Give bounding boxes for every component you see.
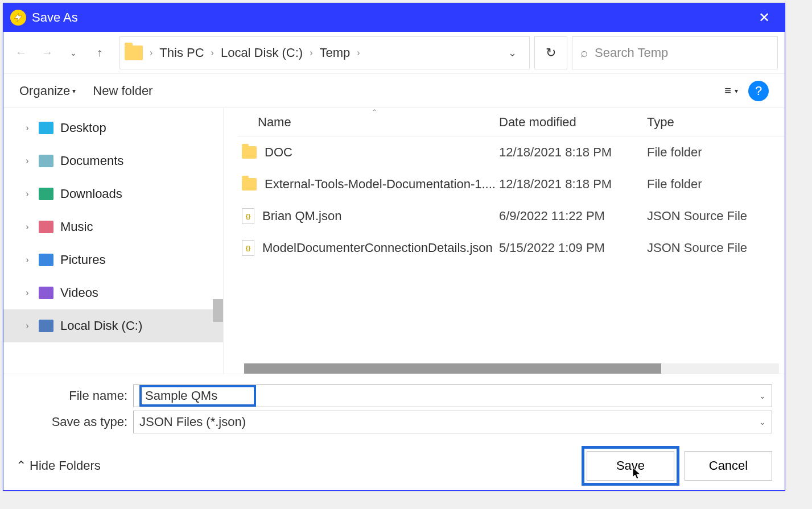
content-area: › Desktop› Documents› Downloads› Music› … <box>3 108 785 374</box>
tree-item-label: Music <box>60 220 93 234</box>
caret-down-icon: ▾ <box>72 87 76 95</box>
file-name: DOC <box>265 145 292 160</box>
savetype-value: JSON Files (*.json) <box>139 415 246 429</box>
search-icon: ⌕ <box>580 45 588 60</box>
search-box[interactable]: ⌕ Search Temp <box>572 36 778 69</box>
folder-icon <box>39 254 53 266</box>
tree-item[interactable]: › Local Disk (C:) <box>3 309 223 342</box>
folder-icon <box>39 188 53 200</box>
new-folder-button[interactable]: New folder <box>93 84 152 98</box>
folder-icon <box>39 320 53 332</box>
tree-item-label: Downloads <box>60 187 122 201</box>
savetype-field[interactable]: JSON Files (*.json) ⌄ <box>133 411 772 433</box>
folder-icon <box>39 221 53 233</box>
refresh-button[interactable]: ↻ <box>534 36 567 69</box>
tree-item[interactable]: › Desktop <box>3 111 223 144</box>
column-date[interactable]: Date modified <box>499 115 647 130</box>
folder-icon <box>125 45 143 60</box>
expander-icon[interactable]: › <box>23 321 32 331</box>
filename-input[interactable]: Sample QMs <box>139 385 256 407</box>
file-type: JSON Source File <box>647 241 785 255</box>
file-date: 5/15/2022 1:09 PM <box>499 241 647 255</box>
breadcrumb-part[interactable]: This PC <box>159 45 204 60</box>
file-row[interactable]: External-Tools-Model-Documentation-1....… <box>237 168 785 200</box>
tree-item-label: Local Disk (C:) <box>60 318 142 333</box>
breadcrumb-part[interactable]: Local Disk (C:) <box>221 45 303 60</box>
file-list-area: ⌃ Name Date modified Type DOC 12/18/2021… <box>224 108 785 374</box>
dropdown-icon[interactable]: ⌄ <box>759 391 766 400</box>
hide-folders-toggle[interactable]: ⌃ Hide Folders <box>16 458 101 473</box>
file-name: Brian QM.json <box>262 209 341 224</box>
tree-item[interactable]: › Pictures <box>3 243 223 276</box>
savetype-label: Save as type: <box>16 415 133 429</box>
close-button[interactable]: ✕ <box>751 6 778 29</box>
file-date: 12/18/2021 8:18 PM <box>499 145 647 160</box>
view-mode-button[interactable]: ≡ ▾ <box>724 84 738 97</box>
column-headers[interactable]: Name Date modified Type <box>237 108 785 136</box>
window-title: Save As <box>32 10 78 25</box>
caret-down-icon: ▾ <box>735 87 738 95</box>
search-placeholder: Search Temp <box>595 45 668 60</box>
tree-item[interactable]: › Downloads <box>3 177 223 210</box>
folder-tree[interactable]: › Desktop› Documents› Downloads› Music› … <box>3 108 224 374</box>
tree-item-label: Documents <box>60 154 123 168</box>
app-icon <box>10 10 26 26</box>
scrollbar-thumb[interactable] <box>244 363 661 374</box>
file-type: File folder <box>647 177 785 192</box>
dropdown-icon[interactable]: ⌄ <box>759 417 766 427</box>
file-row[interactable]: {}Brian QM.json 6/9/2022 11:22 PM JSON S… <box>237 200 785 232</box>
json-file-icon: {} <box>242 208 254 224</box>
chevron-right-icon: › <box>355 48 362 58</box>
tree-item[interactable]: › Documents <box>3 144 223 177</box>
file-date: 12/18/2021 8:18 PM <box>499 177 647 192</box>
file-date: 6/9/2022 11:22 PM <box>499 209 647 224</box>
json-file-icon: {} <box>242 240 254 256</box>
save-button[interactable]: Save <box>587 451 674 481</box>
breadcrumb-part[interactable]: Temp <box>319 45 350 60</box>
recent-dropdown[interactable]: ⌄ <box>63 41 84 65</box>
up-button[interactable]: ↑ <box>89 41 110 65</box>
expander-icon[interactable]: › <box>23 189 32 199</box>
folder-icon <box>39 155 53 167</box>
expander-icon[interactable]: › <box>23 222 32 232</box>
file-type: JSON Source File <box>647 209 785 224</box>
file-name: External-Tools-Model-Documentation-1.... <box>265 177 496 192</box>
file-row[interactable]: {}ModelDocumenterConnectionDetails.json … <box>237 232 785 264</box>
form-area: File name: Sample QMs ⌄ Save as type: JS… <box>3 374 785 441</box>
list-icon: ≡ <box>724 84 731 97</box>
chevron-right-icon: › <box>209 48 216 58</box>
help-button[interactable]: ? <box>748 81 769 101</box>
tree-item-label: Desktop <box>60 121 106 135</box>
chevron-up-icon: ⌃ <box>16 458 26 473</box>
column-name[interactable]: Name <box>237 115 499 130</box>
scrollbar-thumb[interactable] <box>213 299 223 322</box>
horizontal-scrollbar[interactable] <box>244 363 779 374</box>
organize-menu[interactable]: Organize ▾ <box>19 84 76 98</box>
filename-label: File name: <box>16 388 133 403</box>
folder-icon <box>242 178 257 191</box>
expander-icon[interactable]: › <box>23 288 32 298</box>
forward-button[interactable]: → <box>36 41 58 65</box>
folder-icon <box>242 146 257 159</box>
save-as-dialog: Save As ✕ ← → ⌄ ↑ › This PC › Local Disk… <box>3 3 785 491</box>
expander-icon[interactable]: › <box>23 156 32 166</box>
breadcrumb-bar[interactable]: › This PC › Local Disk (C:) › Temp › ⌄ <box>119 36 530 69</box>
column-type[interactable]: Type <box>647 115 785 130</box>
tree-item-label: Pictures <box>60 253 105 267</box>
file-name: ModelDocumenterConnectionDetails.json <box>262 241 493 255</box>
tree-item[interactable]: › Videos <box>3 276 223 309</box>
expander-icon[interactable]: › <box>23 123 32 133</box>
chevron-right-icon: › <box>147 48 155 58</box>
footer: ⌃ Hide Folders Save Cancel <box>3 441 785 490</box>
filename-field[interactable]: Sample QMs ⌄ <box>133 384 772 407</box>
nav-row: ← → ⌄ ↑ › This PC › Local Disk (C:) › Te… <box>3 32 785 74</box>
expander-icon[interactable]: › <box>23 255 32 265</box>
tree-item-label: Videos <box>60 285 98 300</box>
back-button[interactable]: ← <box>10 41 32 65</box>
cancel-button[interactable]: Cancel <box>685 451 772 481</box>
folder-icon <box>39 287 53 299</box>
path-dropdown[interactable]: ⌄ <box>500 47 525 59</box>
sort-indicator-icon: ⌃ <box>372 108 377 116</box>
tree-item[interactable]: › Music <box>3 210 223 243</box>
file-row[interactable]: DOC 12/18/2021 8:18 PM File folder <box>237 136 785 168</box>
